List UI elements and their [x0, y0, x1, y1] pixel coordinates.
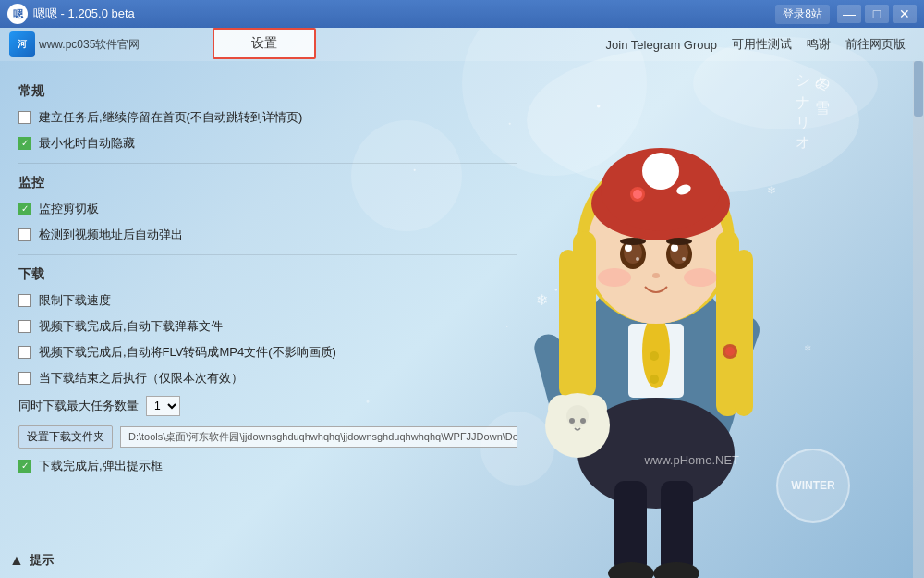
checkbox-row-2[interactable]: 最小化时自动隐藏 — [18, 135, 517, 152]
svg-text:❄: ❄ — [804, 343, 811, 353]
maximize-button[interactable]: □ — [865, 5, 889, 23]
checkbox-5[interactable] — [18, 294, 31, 307]
scrollbar-thumb[interactable] — [914, 61, 923, 117]
checkbox-8[interactable] — [18, 372, 31, 385]
right-nav: Join Telegram Group 可用性测试 鸣谢 前往网页版 — [606, 28, 924, 61]
set-path-button[interactable]: 设置下载文件夹 — [18, 425, 113, 449]
checkbox-row-6[interactable]: 视频下载完成后,自动下载弹幕文件 — [18, 318, 517, 335]
site-url: www.pc035软件官网 — [39, 37, 140, 53]
download-path-row: 设置下载文件夹 D:\tools\桌面\河东软件园\jjdownsghduqhw… — [18, 425, 517, 449]
svg-point-46 — [580, 418, 586, 424]
svg-point-34 — [636, 257, 639, 261]
settings-btn-container: 设置 — [213, 28, 316, 59]
hint-area: ▲ 提示 — [9, 552, 54, 569]
svg-point-39 — [598, 268, 631, 287]
checkbox-row-4[interactable]: 检测到视频地址后自动弹出 — [18, 227, 517, 243]
svg-point-51 — [650, 351, 659, 361]
checkbox-1-label: 建立任务后,继续停留在首页(不自动跳转到详情页) — [39, 109, 302, 126]
close-button[interactable]: ✕ — [893, 5, 917, 23]
svg-point-33 — [671, 244, 678, 252]
checkbox-9-label: 下载完成后,弹出提示框 — [39, 458, 163, 474]
section-download-label: 下载 — [18, 266, 517, 283]
site-logo: 河 — [9, 31, 35, 57]
settings-button[interactable]: 设置 — [213, 28, 316, 59]
checkbox-2[interactable] — [18, 137, 31, 150]
svg-rect-9 — [661, 481, 693, 573]
minimize-button[interactable]: — — [837, 5, 861, 23]
checkbox-9[interactable] — [18, 460, 31, 473]
svg-point-54 — [725, 347, 735, 356]
checkbox-row-5[interactable]: 限制下载速度 — [18, 292, 517, 309]
task-count-label: 同时下载最大任务数量 — [18, 398, 139, 414]
checkbox-7[interactable] — [18, 346, 31, 359]
svg-point-32 — [625, 244, 632, 252]
checkbox-3-label: 监控剪切板 — [39, 201, 99, 217]
winter-badge: WINTER — [776, 449, 850, 523]
svg-point-24 — [642, 153, 679, 190]
checkbox-3[interactable] — [18, 203, 31, 215]
checkbox-7-label: 视频下载完成后,自动将FLV转码成MP4文件(不影响画质) — [39, 344, 336, 361]
checkbox-6-label: 视频下载完成后,自动下载弹幕文件 — [39, 318, 223, 335]
checkbox-1[interactable] — [18, 111, 31, 124]
divider-2 — [18, 254, 517, 255]
svg-point-35 — [682, 257, 686, 261]
checkbox-row-3[interactable]: 监控剪切板 — [18, 201, 517, 217]
checkbox-4[interactable] — [18, 228, 31, 241]
checkbox-5-label: 限制下载速度 — [39, 292, 111, 309]
hint-text: 提示 — [30, 552, 54, 569]
site-logo-area: 河 www.pc035软件官网 — [9, 31, 140, 57]
svg-point-37 — [666, 238, 692, 245]
svg-point-52 — [650, 375, 659, 384]
section-monitor-label: 监控 — [18, 175, 517, 191]
checkbox-row-7[interactable]: 视频下载完成后,自动将FLV转码成MP4文件(不影响画质) — [18, 344, 517, 361]
path-value: D:\tools\桌面\河东软件园\jjdownsghduqhwhqhq\jjd… — [128, 431, 517, 442]
svg-point-44 — [566, 405, 589, 427]
svg-point-36 — [620, 238, 646, 245]
checkbox-2-label: 最小化时自动隐藏 — [39, 135, 135, 152]
nav-test[interactable]: 可用性测试 — [732, 36, 792, 53]
japanese-text-overlay: 冬の雪シナリオ — [793, 65, 832, 146]
svg-rect-21 — [735, 250, 753, 416]
path-display: D:\tools\桌面\河东软件园\jjdownsghduqhwhqhq\jjd… — [120, 426, 517, 448]
svg-text:❄: ❄ — [767, 184, 776, 197]
section-general-label: 常规 — [18, 83, 517, 100]
svg-text:❄: ❄ — [536, 292, 548, 308]
scrollbar-track[interactable] — [913, 61, 924, 578]
hint-icon: ▲ — [9, 552, 24, 569]
app-window: 嗯 嗯嗯 - 1.205.0 beta 登录8站 — □ ✕ ● ● ● ● ●… — [0, 0, 924, 578]
checkbox-row-8[interactable]: 当下载结束之后执行（仅限本次有效） — [18, 370, 517, 387]
window-controls: — □ ✕ — [837, 5, 917, 23]
svg-point-40 — [684, 268, 717, 287]
login-button[interactable]: 登录8站 — [775, 5, 830, 24]
checkbox-row-9[interactable]: 下载完成后,弹出提示框 — [18, 458, 517, 474]
svg-rect-20 — [559, 250, 578, 398]
checkbox-4-label: 检测到视频地址后自动弹出 — [39, 227, 183, 243]
svg-point-38 — [652, 273, 660, 278]
svg-point-45 — [569, 418, 575, 424]
checkbox-6[interactable] — [18, 320, 31, 333]
app-logo: 嗯 — [7, 4, 28, 24]
checkbox-8-label: 当下载结束之后执行（仅限本次有效） — [39, 370, 243, 387]
settings-panel: 常规 建立任务后,继续停留在首页(不自动跳转到详情页) 最小化时自动隐藏 监控 … — [0, 61, 536, 578]
nav-web[interactable]: 前往网页版 — [845, 36, 906, 53]
checkbox-row-1[interactable]: 建立任务后,继续停留在首页(不自动跳转到详情页) — [18, 109, 517, 126]
nav-thanks[interactable]: 鸣谢 — [807, 36, 831, 53]
watermark-text: www.pHome.NET — [644, 453, 739, 467]
nav-telegram[interactable]: Join Telegram Group — [606, 38, 717, 52]
divider-1 — [18, 163, 517, 164]
app-title: 嗯嗯 - 1.205.0 beta — [33, 6, 775, 22]
titlebar: 嗯 嗯嗯 - 1.205.0 beta 登录8站 — □ ✕ — [0, 0, 924, 28]
task-count-select[interactable]: 1 2 3 4 5 — [146, 396, 180, 416]
svg-point-27 — [633, 190, 642, 199]
task-count-row: 同时下载最大任务数量 1 2 3 4 5 — [18, 396, 517, 416]
svg-rect-8 — [614, 481, 647, 573]
